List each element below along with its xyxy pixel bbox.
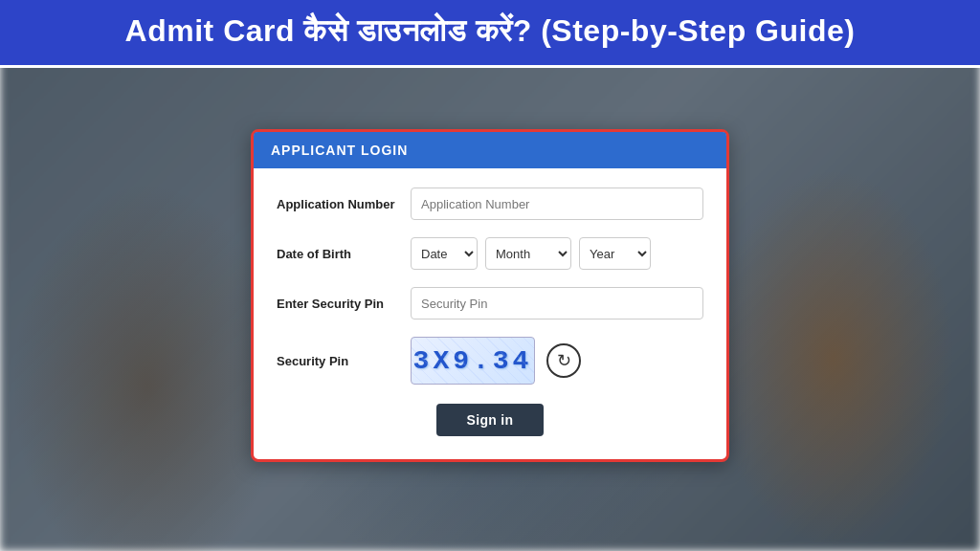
dob-selects: Date 123 456 789 101112 131415 161718 19… — [411, 237, 651, 270]
application-number-row: Application Number — [277, 187, 703, 220]
page-title: Admit Card कैसे डाउनलोड करें? (Step-by-S… — [19, 11, 961, 50]
header-banner: Admit Card कैसे डाउनलोड करें? (Step-by-S… — [0, 0, 980, 68]
captcha-row: Security Pin 3X9.34 ↻ — [277, 337, 703, 385]
sign-in-button[interactable]: Sign in — [436, 404, 545, 436]
dob-year-select[interactable]: Year 199019911992 199319941995 199619971… — [579, 237, 651, 270]
form-header: APPLICANT LOGIN — [254, 132, 726, 168]
application-number-label: Application Number — [277, 197, 411, 211]
sign-in-row: Sign in — [277, 404, 703, 436]
dob-month-select[interactable]: Month JanuaryFebruaryMarch AprilMayJune … — [485, 237, 571, 270]
content-area: APPLICANT LOGIN Application Number Date … — [0, 68, 980, 514]
captcha-label: Security Pin — [277, 354, 411, 368]
captcha-refresh-button[interactable]: ↻ — [546, 343, 581, 378]
captcha-area: 3X9.34 ↻ — [411, 337, 581, 385]
form-body: Application Number Date of Birth Date 12… — [254, 187, 726, 436]
dob-date-select[interactable]: Date 123 456 789 101112 131415 161718 19… — [411, 237, 478, 270]
application-number-input[interactable] — [411, 187, 703, 220]
security-pin-input-row: Enter Security Pin — [277, 287, 703, 320]
security-pin-input[interactable] — [411, 287, 703, 320]
dob-row: Date of Birth Date 123 456 789 101112 13… — [277, 237, 703, 270]
login-form-card: APPLICANT LOGIN Application Number Date … — [251, 129, 729, 462]
form-header-title: APPLICANT LOGIN — [271, 143, 408, 158]
captcha-image: 3X9.34 — [411, 337, 535, 385]
dob-label: Date of Birth — [277, 247, 411, 261]
security-pin-label: Enter Security Pin — [277, 297, 411, 311]
